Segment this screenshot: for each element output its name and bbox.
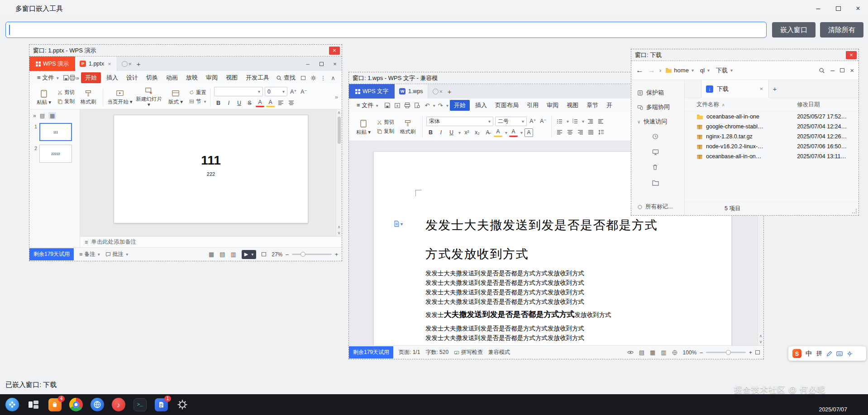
taskbar-clock[interactable]: 2025/07/07 [819, 406, 863, 413]
export-icon[interactable] [392, 100, 402, 110]
fm-minimize-icon[interactable]: – [830, 66, 835, 75]
menu-home[interactable]: 开始 [81, 72, 101, 83]
app-store-icon[interactable]: 4 [47, 397, 62, 412]
font-size-select[interactable]: 0▾ [265, 87, 287, 96]
italic-button[interactable]: I [224, 99, 233, 107]
menu-design[interactable]: 设计 [122, 72, 142, 83]
zoom-knob[interactable] [726, 350, 731, 355]
new-tab-icon[interactable]: + [444, 88, 455, 95]
menu-insert[interactable]: 插入 [471, 100, 491, 111]
embedded-titlebar[interactable]: 窗口: 1.pptx - WPS 演示 × [29, 45, 342, 57]
number-list-icon[interactable] [571, 117, 579, 126]
embed-close-icon[interactable]: × [846, 51, 857, 59]
menu-view[interactable]: 视图 [222, 72, 242, 83]
bullet-list-icon[interactable] [555, 117, 564, 126]
multitasking-view-icon[interactable] [26, 397, 41, 412]
file-row[interactable]: oceanbase-all-in-on… 2025/07/04 13:11… T… [685, 151, 858, 161]
zoom-knob[interactable] [300, 252, 305, 257]
line-spacing-icon[interactable] [597, 128, 606, 137]
file-menu[interactable]: ≡ 文件 ▾ [33, 72, 63, 83]
doc-tab-wps[interactable]: W 1.wps [395, 84, 428, 99]
bold-button[interactable]: B [426, 128, 435, 137]
music-icon[interactable]: ♪ [111, 397, 126, 412]
menu-page-layout[interactable]: 页面布局 [491, 100, 523, 111]
paste-button[interactable]: 粘贴 ▾ [33, 87, 55, 107]
underline-button[interactable]: U [235, 99, 243, 107]
slide-view-icon[interactable]: ▦ [48, 112, 56, 119]
cut-button[interactable]: 剪切 [377, 119, 394, 126]
align-right-icon[interactable] [576, 128, 585, 137]
print-icon[interactable] [69, 73, 76, 83]
highlight-button[interactable]: A [266, 99, 275, 107]
highlight-button[interactable]: A [494, 128, 502, 137]
ribbon-overflow-icon[interactable]: » [335, 87, 338, 107]
menu-review[interactable]: 审阅 [543, 100, 563, 111]
collapse-panel-icon[interactable]: » [33, 113, 36, 119]
layout-button[interactable]: 版式 ▾ [165, 87, 186, 107]
justify-icon[interactable] [587, 128, 595, 137]
wps-brand-tab[interactable]: WPS 文字 [349, 84, 395, 99]
zoom-slider[interactable] [292, 254, 332, 255]
underline-button[interactable]: U [447, 128, 456, 137]
slideshow-play-button[interactable]: ▶▾ [242, 250, 257, 259]
font-color-button[interactable]: A [256, 99, 264, 107]
zoom-slider[interactable] [706, 352, 746, 353]
compat-mode-badge[interactable]: 兼容模式 [488, 349, 510, 356]
outline-view-icon[interactable]: ▦ [650, 349, 655, 356]
copy-button[interactable]: 复制 [377, 128, 394, 135]
menu-transition[interactable]: 切换 [142, 72, 162, 83]
menu-section[interactable]: 章节 [582, 100, 602, 111]
undo-icon[interactable]: ↶ [422, 100, 432, 110]
notes-input-row[interactable]: ≡ 单击此处添加备注 [80, 236, 342, 247]
back-icon[interactable]: ← [636, 66, 644, 75]
clear-all-button[interactable]: 清除所有 [820, 22, 863, 38]
fullread-view-icon[interactable] [672, 350, 677, 355]
format-painter-button[interactable]: 格式刷 [77, 87, 99, 107]
docs-icon[interactable]: 1 [153, 397, 169, 412]
kebab-menu-icon[interactable]: ⋮ [318, 73, 328, 83]
print-preview-icon[interactable] [412, 100, 422, 110]
paragraph-outline-button[interactable]: ▾ [394, 221, 403, 227]
slide-scrollbar[interactable]: ∧ ∧∨ [336, 109, 342, 236]
cut-button[interactable]: 剪切 [57, 89, 75, 96]
paste-button[interactable]: 粘贴 ▾ [353, 114, 374, 139]
menu-view[interactable]: 视图 [563, 100, 582, 111]
sidebar-item-multidevice[interactable]: 多端协同 [631, 100, 684, 114]
crumb-ql[interactable]: ql [700, 67, 705, 74]
menu-home[interactable]: 开始 [450, 100, 470, 111]
terminal-icon[interactable]: >_ [132, 397, 148, 412]
doc-tab-pptx[interactable]: P 1.pptx × [75, 57, 117, 71]
new-tab-icon[interactable]: + [769, 85, 781, 93]
menu-references[interactable]: 引用 [523, 100, 543, 111]
embedded-titlebar[interactable]: 窗口: 下载 × [631, 49, 858, 61]
crumb-downloads[interactable]: 下载 [716, 66, 728, 75]
font-name-select[interactable]: ▾ [214, 87, 263, 96]
column-filename[interactable]: 文件名称∧ [685, 101, 797, 108]
embed-window-button[interactable]: 嵌入窗口 [772, 22, 816, 38]
fullscreen-icon[interactable] [755, 350, 760, 354]
menu-slideshow[interactable]: 放映 [182, 72, 202, 83]
superscript-button[interactable]: x² [463, 128, 471, 137]
menu-review[interactable]: 审阅 [202, 72, 222, 83]
sidebar-item-vault[interactable]: 保护箱 [631, 85, 684, 100]
fm-tab-downloads[interactable]: ↓ 下载 × [701, 80, 769, 98]
forward-icon[interactable]: → [648, 66, 655, 75]
trial-badge[interactable]: 剩余179天试用 [29, 248, 74, 260]
slide-thumbnail-1[interactable]: 1 111 [29, 121, 80, 142]
ime-pencil-icon[interactable] [826, 351, 832, 357]
strikethrough-button[interactable]: S [245, 99, 254, 107]
ppt-minimize-icon[interactable]: – [301, 57, 315, 71]
sidebar-item-folder[interactable] [631, 175, 684, 190]
ime-keyboard-icon[interactable] [836, 351, 843, 356]
breadcrumb-expand-icon[interactable]: › [659, 67, 661, 74]
font-color-button[interactable]: A [509, 128, 518, 137]
align-left-icon[interactable] [277, 99, 285, 107]
maximize-icon[interactable] [828, 0, 848, 17]
sorter-view-icon[interactable]: ▤ [219, 251, 225, 258]
tab-sync-icon[interactable] [122, 61, 128, 67]
file-row[interactable]: node-v16.20.2-linux-… 2025/07/06 16:50… … [685, 141, 858, 151]
font-name-select[interactable]: 宋体▾ [426, 117, 493, 126]
character-border-button[interactable]: A [525, 128, 533, 137]
align-center-icon[interactable] [566, 128, 574, 137]
close-all-tabs-icon[interactable]: × [128, 61, 133, 67]
